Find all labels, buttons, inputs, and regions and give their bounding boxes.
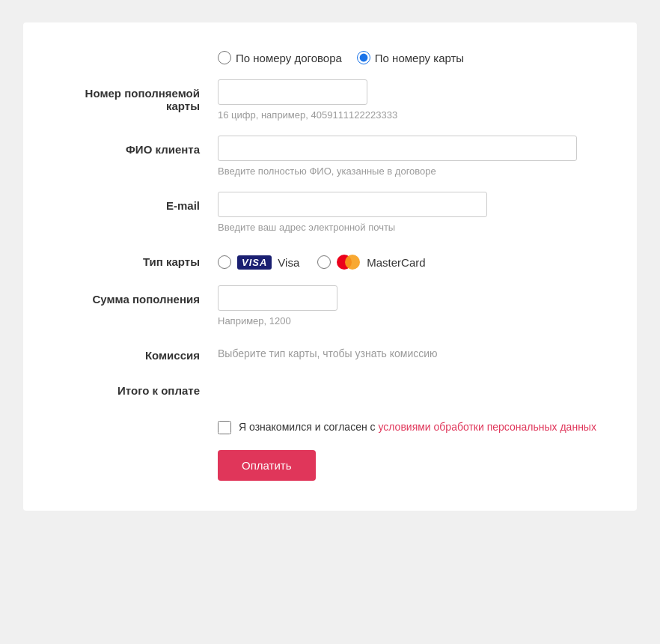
card-number-content: 16 цифр, например, 4059111122223333 xyxy=(218,79,607,121)
full-name-label: ФИО клиента xyxy=(53,136,218,156)
email-label: E-mail xyxy=(53,192,218,212)
email-content: Введите ваш адрес электронной почты xyxy=(218,192,607,233)
commission-label: Комиссия xyxy=(53,341,218,362)
visa-label: Visa xyxy=(278,256,299,269)
mastercard-logo-icon xyxy=(337,254,361,270)
contract-radio-option[interactable]: По номеру договора xyxy=(218,51,342,64)
consent-prefix: Я ознакомился и согласен с xyxy=(239,421,378,433)
consent-checkbox[interactable] xyxy=(218,421,231,434)
full-name-content: Введите полностью ФИО, указанные в догов… xyxy=(218,136,607,177)
consent-link[interactable]: условиями обработки персональных данных xyxy=(378,421,596,433)
card-radio-label: По номеру карты xyxy=(375,52,464,64)
amount-row: Сумма пополнения Например, 1200 xyxy=(53,285,607,326)
payment-type-options: По номеру договора По номеру карты xyxy=(218,45,607,64)
payment-type-row: По номеру договора По номеру карты xyxy=(53,45,607,64)
submit-button[interactable]: Оплатить xyxy=(218,450,316,481)
amount-label: Сумма пополнения xyxy=(53,285,218,306)
email-hint: Введите ваш адрес электронной почты xyxy=(218,222,607,233)
card-type-label: Тип карты xyxy=(53,248,218,268)
mastercard-label: MasterCard xyxy=(367,256,425,269)
total-row: Итого к оплате xyxy=(53,377,607,397)
full-name-row: ФИО клиента Введите полностью ФИО, указа… xyxy=(53,136,607,177)
card-type-row: Тип карты VISA Visa MasterCard xyxy=(53,248,607,270)
commission-row: Комиссия Выберите тип карты, чтобы узнат… xyxy=(53,341,607,362)
visa-option[interactable]: VISA Visa xyxy=(218,255,299,270)
payment-type-label xyxy=(53,45,218,52)
email-input[interactable] xyxy=(218,192,487,217)
payment-form: По номеру договора По номеру карты Номер… xyxy=(23,22,637,511)
card-number-label: Номер пополняемой карты xyxy=(53,79,218,112)
full-name-hint: Введите полностью ФИО, указанные в догов… xyxy=(218,165,607,177)
visa-logo-icon: VISA xyxy=(237,255,272,270)
commission-content: Выберите тип карты, чтобы узнать комисси… xyxy=(218,344,607,359)
mastercard-radio[interactable] xyxy=(317,255,331,269)
card-number-hint: 16 цифр, например, 4059111122223333 xyxy=(218,109,607,121)
amount-input[interactable] xyxy=(218,285,337,311)
actions-section: Я ознакомился и согласен с условиями обр… xyxy=(218,419,607,481)
total-label: Итого к оплате xyxy=(53,377,218,397)
mastercard-option[interactable]: MasterCard xyxy=(317,254,425,270)
card-number-input[interactable] xyxy=(218,79,367,105)
card-type-content: VISA Visa MasterCard xyxy=(218,248,607,270)
amount-hint: Например, 1200 xyxy=(218,315,607,326)
card-radio-option[interactable]: По номеру карты xyxy=(357,51,464,64)
contract-radio[interactable] xyxy=(218,51,231,64)
consent-row: Я ознакомился и согласен с условиями обр… xyxy=(218,419,607,435)
full-name-input[interactable] xyxy=(218,136,577,161)
contract-radio-label: По номеру договора xyxy=(236,52,342,64)
visa-radio[interactable] xyxy=(218,255,231,269)
amount-content: Например, 1200 xyxy=(218,285,607,326)
email-row: E-mail Введите ваш адрес электронной поч… xyxy=(53,192,607,233)
commission-hint: Выберите тип карты, чтобы узнать комисси… xyxy=(218,344,607,359)
consent-text: Я ознакомился и согласен с условиями обр… xyxy=(239,419,596,435)
card-number-row: Номер пополняемой карты 16 цифр, наприме… xyxy=(53,79,607,121)
card-radio[interactable] xyxy=(357,51,370,64)
